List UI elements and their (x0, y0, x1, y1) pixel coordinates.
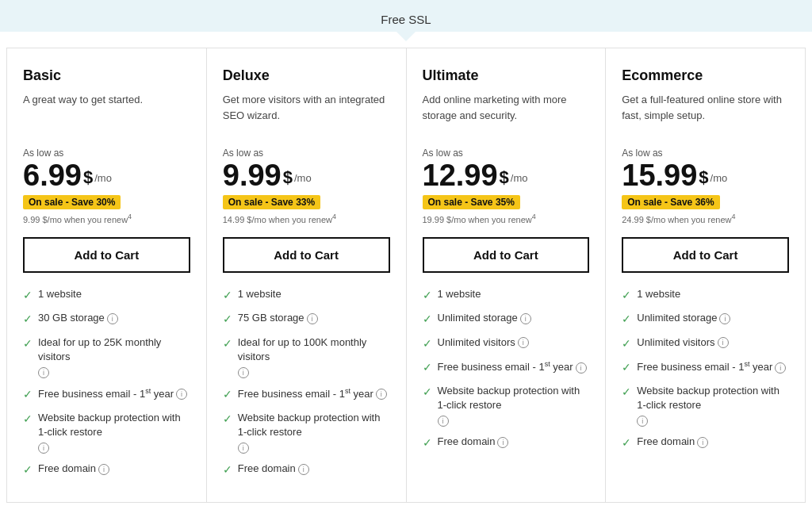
feature-text: Free domain (238, 462, 296, 476)
feature-text: Free business email - 1st year (438, 359, 573, 375)
plan-desc-ecommerce: Get a full-featured online store with fa… (622, 92, 789, 133)
info-icon[interactable]: i (637, 416, 648, 427)
feature-item: ✓Unlimited storagei (622, 311, 789, 328)
info-icon[interactable]: i (38, 443, 49, 454)
check-icon: ✓ (223, 412, 232, 427)
feature-item: ✓Free business email - 1st yeari (23, 386, 190, 403)
top-banner: Free SSL (0, 0, 812, 32)
feature-item: ✓Free business email - 1st yeari (622, 359, 789, 376)
feature-text: Unlimited visitors (637, 335, 714, 350)
add-to-cart-ecommerce[interactable]: Add to Cart (622, 237, 789, 273)
feature-item: ✓Free domaini (622, 435, 789, 451)
check-icon: ✓ (223, 336, 232, 352)
price-currency-ultimate: $ (500, 164, 509, 190)
plan-name-ecommerce: Ecommerce (622, 67, 789, 84)
plan-card-ultimate: UltimateAdd online marketing with more s… (407, 48, 607, 503)
check-icon: ✓ (23, 462, 33, 478)
price-amount-ecommerce: 15.99 (622, 160, 697, 190)
feature-text: 75 GB storage (238, 311, 304, 325)
check-icon: ✓ (622, 312, 631, 328)
price-row-deluxe: 9.99$/mo (223, 160, 390, 190)
sale-badge-basic: On sale - Save 30% (23, 195, 190, 213)
price-amount-deluxe: 9.99 (223, 160, 282, 190)
check-icon: ✓ (23, 387, 33, 403)
add-to-cart-basic[interactable]: Add to Cart (23, 237, 190, 273)
info-icon[interactable]: i (376, 389, 387, 400)
price-period-ecommerce: /mo (710, 167, 728, 190)
plan-card-deluxe: DeluxeGet more visitors with an integrat… (207, 48, 407, 503)
check-icon: ✓ (423, 288, 432, 304)
plans-container: BasicA great way to get started.As low a… (0, 32, 812, 519)
price-row-basic: 6.99$/mo (23, 160, 190, 190)
feature-text: Unlimited storage (637, 311, 717, 325)
info-icon[interactable]: i (98, 464, 109, 475)
feature-text: Free business email - 1st year (238, 386, 373, 402)
feature-item: ✓30 GB storagei (23, 311, 190, 328)
info-icon[interactable]: i (719, 313, 730, 324)
feature-item: ✓Unlimited visitorsi (423, 335, 590, 352)
check-icon: ✓ (23, 412, 33, 427)
feature-text: Free domain (38, 462, 96, 476)
check-icon: ✓ (423, 385, 432, 400)
feature-item: ✓1 website (223, 287, 390, 304)
check-icon: ✓ (23, 288, 33, 304)
info-icon[interactable]: i (576, 362, 587, 374)
feature-text: Free business email - 1st year (637, 359, 772, 375)
check-icon: ✓ (223, 312, 232, 328)
feature-text: Website backup protection with 1-click r… (238, 411, 390, 439)
feature-item: ✓Unlimited visitorsi (622, 335, 789, 352)
feature-list-ecommerce: ✓1 website✓Unlimited storagei✓Unlimited … (622, 287, 789, 451)
feature-list-ultimate: ✓1 website✓Unlimited storagei✓Unlimited … (423, 287, 590, 451)
price-currency-basic: $ (83, 164, 93, 190)
check-icon: ✓ (622, 435, 631, 451)
info-icon[interactable]: i (238, 443, 249, 454)
feature-text: 1 website (238, 287, 282, 301)
info-icon[interactable]: i (307, 313, 318, 324)
info-icon[interactable]: i (697, 437, 708, 448)
renew-text-ecommerce: 24.99 $/mo when you renew4 (622, 213, 789, 224)
info-icon[interactable]: i (176, 389, 187, 400)
info-icon[interactable]: i (438, 416, 449, 427)
feature-list-deluxe: ✓1 website✓75 GB storagei✓Ideal for up t… (223, 287, 390, 478)
feature-item: ✓1 website (23, 287, 190, 304)
info-icon[interactable]: i (38, 367, 49, 378)
info-icon[interactable]: i (518, 337, 529, 348)
feature-item: ✓Free domaini (23, 462, 190, 478)
add-to-cart-deluxe[interactable]: Add to Cart (223, 237, 390, 273)
plan-name-deluxe: Deluxe (223, 67, 390, 84)
feature-item: ✓1 website (622, 287, 789, 304)
check-icon: ✓ (423, 336, 432, 352)
plan-name-basic: Basic (23, 67, 190, 84)
info-icon[interactable]: i (775, 362, 786, 374)
sale-badge-ecommerce: On sale - Save 36% (622, 195, 789, 213)
feature-item: ✓75 GB storagei (223, 311, 390, 328)
feature-text: Website backup protection with 1-click r… (637, 384, 789, 412)
info-icon[interactable]: i (718, 337, 729, 348)
plan-card-ecommerce: EcommerceGet a full-featured online stor… (606, 48, 806, 503)
renew-text-deluxe: 14.99 $/mo when you renew4 (223, 213, 390, 224)
renew-text-ultimate: 19.99 $/mo when you renew4 (423, 213, 590, 224)
info-icon[interactable]: i (238, 367, 249, 378)
feature-text: Ideal for up to 25K monthly visitors (38, 335, 190, 364)
info-icon[interactable]: i (520, 313, 531, 324)
info-icon[interactable]: i (497, 437, 508, 448)
price-currency-ecommerce: $ (699, 164, 708, 190)
sale-badge-ultimate: On sale - Save 35% (423, 195, 590, 213)
check-icon: ✓ (622, 385, 631, 400)
add-to-cart-ultimate[interactable]: Add to Cart (423, 237, 590, 273)
feature-item: ✓Unlimited storagei (423, 311, 590, 328)
info-icon[interactable]: i (298, 464, 309, 475)
info-icon[interactable]: i (107, 313, 118, 324)
check-icon: ✓ (423, 312, 432, 328)
feature-item: ✓Free business email - 1st yeari (223, 386, 390, 403)
price-label-ecommerce: As low as (622, 148, 789, 159)
check-icon: ✓ (622, 360, 631, 376)
plan-name-ultimate: Ultimate (423, 67, 590, 84)
price-period-ultimate: /mo (511, 167, 528, 190)
feature-item: ✓1 website (423, 287, 590, 304)
price-period-basic: /mo (94, 167, 112, 190)
feature-text: Free domain (637, 435, 695, 449)
feature-item: ✓Website backup protection with 1-click … (423, 384, 590, 427)
feature-item: ✓Free domaini (223, 462, 390, 478)
check-icon: ✓ (622, 336, 631, 352)
